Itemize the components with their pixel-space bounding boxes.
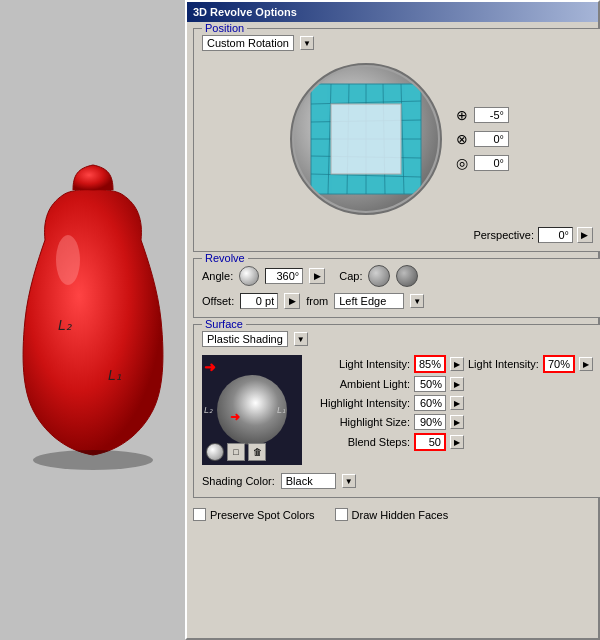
- highlight-intensity-arrow[interactable]: ▶: [450, 396, 464, 410]
- revolve-cap-label: Cap:: [339, 270, 362, 282]
- light-intensity-input[interactable]: [414, 355, 446, 373]
- shading-color-row: Shading Color: Black ▼: [202, 473, 593, 489]
- revolve-cap-btn1[interactable]: [368, 265, 390, 287]
- revolve-from-arrow[interactable]: ▼: [410, 294, 424, 308]
- position-dropdown[interactable]: Custom Rotation: [202, 35, 294, 51]
- sphere-preview: [286, 59, 446, 219]
- surface-header: Plastic Shading ▼: [202, 331, 593, 347]
- surface-section: Surface Plastic Shading ▼ ➜ ➜ L₂: [193, 324, 600, 498]
- ambient-light-label: Ambient Light:: [310, 378, 410, 390]
- light-intensity2-label: Light Intensity:: [468, 358, 539, 370]
- perspective-arrow[interactable]: ▶: [577, 227, 593, 243]
- revolve-cap-btn2[interactable]: [396, 265, 418, 287]
- arrow-top-left: ➜: [204, 359, 216, 375]
- draw-hidden-item: Draw Hidden Faces: [335, 508, 449, 521]
- surface-dropdown[interactable]: Plastic Shading: [202, 331, 288, 347]
- perspective-label: Perspective:: [473, 229, 534, 241]
- sphere-viewer: ⊕ ⊗ ◎: [202, 59, 593, 219]
- surface-body: ➜ ➜ L₂ L₁ □ 🗑: [202, 355, 593, 465]
- blend-steps-input[interactable]: [414, 433, 446, 451]
- ambient-light-row: Ambient Light: ▶: [310, 376, 593, 392]
- revolve-from-dropdown[interactable]: Left Edge: [334, 293, 404, 309]
- dialog-titlebar: 3D Revolve Options: [187, 2, 598, 22]
- revolve-section: Revolve Angle: ▶ Cap: Offset: ▶ from: [193, 258, 600, 318]
- svg-text:L₂: L₂: [58, 317, 72, 333]
- revolve-from-value: Left Edge: [339, 295, 386, 307]
- preserve-spot-item: Preserve Spot Colors: [193, 508, 315, 521]
- rot-x-input[interactable]: [474, 107, 509, 123]
- ambient-light-input[interactable]: [414, 376, 446, 392]
- sphere-preview-svg: [286, 59, 446, 219]
- rot-z-row: ◎: [454, 155, 509, 171]
- sphere-reset-btn[interactable]: [206, 443, 224, 461]
- perspective-input[interactable]: [538, 227, 573, 243]
- blend-steps-arrow[interactable]: ▶: [450, 435, 464, 449]
- light-intensity-label: Light Intensity:: [310, 358, 410, 370]
- draw-hidden-checkbox[interactable]: [335, 508, 348, 521]
- blend-steps-row: Blend Steps: ▶: [310, 433, 593, 451]
- light-intensity2-input[interactable]: [543, 355, 575, 373]
- rot-y-row: ⊗: [454, 131, 509, 147]
- shading-color-arrow[interactable]: ▼: [342, 474, 356, 488]
- rot-z-icon: ◎: [454, 155, 470, 171]
- sphere-add-btn[interactable]: □: [227, 443, 245, 461]
- surface-dropdown-label: Plastic Shading: [207, 333, 283, 345]
- surface-dropdown-arrow[interactable]: ▼: [294, 332, 308, 346]
- perspective-row: Perspective: ▶: [202, 223, 593, 243]
- revolve-angle-input[interactable]: [265, 268, 303, 284]
- blend-steps-label: Blend Steps:: [310, 436, 410, 448]
- revolve-angle-row: Angle: ▶ Cap:: [202, 265, 593, 287]
- highlight-size-arrow[interactable]: ▶: [450, 415, 464, 429]
- svg-point-3: [33, 450, 153, 470]
- checkbox-row: Preserve Spot Colors Draw Hidden Faces: [193, 504, 600, 525]
- dialog-title: 3D Revolve Options: [193, 6, 297, 18]
- preserve-spot-label: Preserve Spot Colors: [210, 509, 315, 521]
- highlight-size-row: Highlight Size: ▶: [310, 414, 593, 430]
- preserve-spot-checkbox[interactable]: [193, 508, 206, 521]
- revolve-label: Revolve: [202, 252, 248, 264]
- position-section: Position Custom Rotation ▼: [193, 28, 600, 252]
- revolve-angle-arrow[interactable]: ▶: [309, 268, 325, 284]
- revolve-offset-row: Offset: ▶ from Left Edge ▼: [202, 293, 593, 309]
- light-intensity-row: Light Intensity: ▶ Light Intensity: ▶: [310, 355, 593, 373]
- draw-hidden-label: Draw Hidden Faces: [352, 509, 449, 521]
- sphere-l1-label: L₁: [277, 405, 286, 415]
- dialog: 3D Revolve Options Position Custom Rotat…: [185, 0, 600, 640]
- highlight-intensity-row: Highlight Intensity: ▶: [310, 395, 593, 411]
- ambient-light-arrow[interactable]: ▶: [450, 377, 464, 391]
- surface-controls: Light Intensity: ▶ Light Intensity: ▶ Am…: [310, 355, 593, 465]
- position-dropdown-label: Custom Rotation: [207, 37, 289, 49]
- revolve-offset-arrow[interactable]: ▶: [284, 293, 300, 309]
- shading-color-label: Shading Color:: [202, 475, 275, 487]
- svg-text:L₁: L₁: [108, 367, 122, 383]
- highlight-size-input[interactable]: [414, 414, 446, 430]
- position-label: Position: [202, 22, 247, 34]
- revolve-circle-btn[interactable]: [239, 266, 259, 286]
- sphere-toolbar: □ 🗑: [206, 443, 266, 461]
- light-intensity2-arrow[interactable]: ▶: [579, 357, 593, 371]
- revolve-angle-label: Angle:: [202, 270, 233, 282]
- revolve-offset-input[interactable]: [240, 293, 278, 309]
- shading-color-dropdown[interactable]: Black: [281, 473, 336, 489]
- rotation-controls: ⊕ ⊗ ◎: [454, 107, 509, 171]
- rot-y-input[interactable]: [474, 131, 509, 147]
- highlight-intensity-label: Highlight Intensity:: [310, 397, 410, 409]
- light-sphere-container: ➜ ➜ L₂ L₁ □ 🗑: [202, 355, 302, 465]
- highlight-size-label: Highlight Size:: [310, 416, 410, 428]
- rot-z-input[interactable]: [474, 155, 509, 171]
- vase-panel: L₂ L₁: [0, 0, 185, 640]
- shading-color-value: Black: [286, 475, 313, 487]
- rot-x-icon: ⊕: [454, 107, 470, 123]
- position-dropdown-arrow[interactable]: ▼: [300, 36, 314, 50]
- vase-svg: L₂ L₁: [13, 160, 173, 480]
- sphere-l2-label: L₂: [204, 405, 213, 415]
- sphere-delete-btn[interactable]: 🗑: [248, 443, 266, 461]
- position-header: Custom Rotation ▼: [202, 35, 593, 51]
- arrow-middle: ➜: [230, 410, 240, 424]
- highlight-intensity-input[interactable]: [414, 395, 446, 411]
- rot-y-icon: ⊗: [454, 131, 470, 147]
- revolve-from-label: from: [306, 295, 328, 307]
- svg-rect-18: [331, 104, 401, 174]
- light-intensity-arrow[interactable]: ▶: [450, 357, 464, 371]
- surface-label: Surface: [202, 318, 246, 330]
